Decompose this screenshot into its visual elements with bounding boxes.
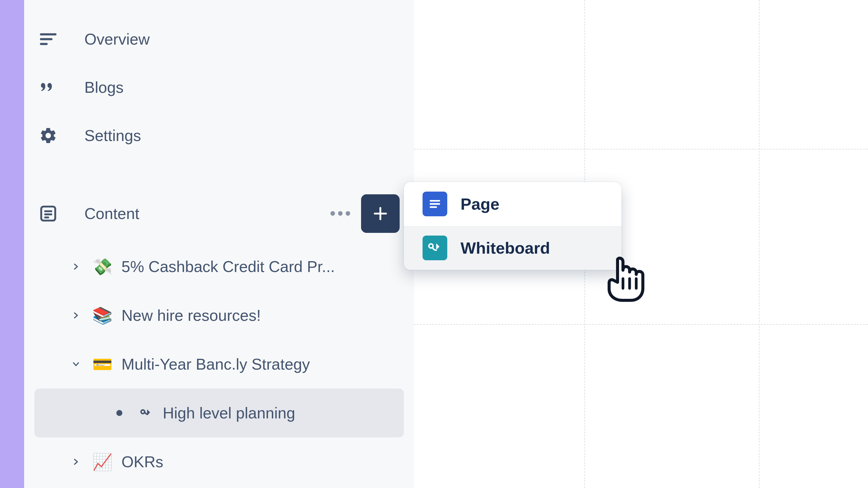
card-icon: 💳 [92, 355, 113, 374]
nav-overview-label: Overview [84, 30, 150, 48]
whiteboard-mini-icon [139, 406, 154, 420]
chevron-down-icon[interactable] [72, 360, 85, 368]
grid-line [759, 0, 760, 488]
more-icon[interactable]: ••• [330, 209, 352, 218]
page-icon [423, 192, 447, 216]
app-root: Overview Blogs Settings Content ••• [0, 0, 868, 488]
nav-settings[interactable]: Settings [24, 111, 414, 160]
tree-item-strategy[interactable]: 💳 Multi-Year Banc.ly Strategy [34, 340, 404, 389]
nav-blogs[interactable]: Blogs [24, 63, 414, 111]
chevron-right-icon[interactable] [72, 311, 85, 320]
nav-settings-label: Settings [84, 127, 141, 144]
money-icon: 💸 [92, 257, 113, 276]
whiteboard-icon [423, 235, 447, 260]
plus-icon [372, 205, 389, 222]
overview-icon [38, 30, 58, 49]
chart-icon: 📈 [92, 452, 113, 471]
add-content-button[interactable] [361, 194, 400, 233]
gear-icon [38, 126, 58, 145]
nav-content-label: Content [84, 204, 330, 223]
menu-item-page[interactable]: Page [404, 182, 621, 226]
left-rail [0, 0, 24, 488]
content-icon [38, 204, 58, 223]
tree-item-cashback[interactable]: 💸 5% Cashback Credit Card Pr... [34, 242, 404, 291]
quotes-icon [38, 78, 58, 97]
grid-line [414, 149, 868, 150]
content-tree: 💸 5% Cashback Credit Card Pr... 📚 New hi… [24, 242, 414, 488]
tree-item-okrs[interactable]: 📈 OKRs [34, 437, 404, 486]
tree-item-label: 5% Cashback Credit Card Pr... [121, 258, 335, 275]
nav-content[interactable]: Content ••• [24, 194, 414, 233]
tree-item-label: OKRs [121, 453, 163, 471]
books-icon: 📚 [92, 306, 113, 325]
menu-item-whiteboard[interactable]: Whiteboard [404, 226, 621, 270]
nav-blogs-label: Blogs [84, 78, 124, 96]
bullet-icon [116, 410, 122, 416]
create-menu: Page Whiteboard [404, 182, 621, 270]
chevron-right-icon[interactable] [72, 262, 85, 271]
nav-overview[interactable]: Overview [24, 15, 414, 63]
tree-item-label: High level planning [163, 404, 295, 422]
grid-line [414, 324, 868, 325]
sidebar: Overview Blogs Settings Content ••• [24, 0, 414, 488]
menu-item-label: Whiteboard [461, 238, 550, 257]
tree-item-newhire[interactable]: 📚 New hire resources! [34, 291, 404, 340]
tree-item-high-level-planning[interactable]: High level planning [34, 389, 404, 437]
tree-item-label: New hire resources! [121, 306, 261, 324]
chevron-right-icon[interactable] [72, 458, 85, 466]
tree-item-quarterly[interactable]: ✏️ Quarterly Plans [34, 486, 404, 488]
tree-item-label: Multi-Year Banc.ly Strategy [121, 355, 310, 373]
menu-item-label: Page [461, 195, 499, 213]
